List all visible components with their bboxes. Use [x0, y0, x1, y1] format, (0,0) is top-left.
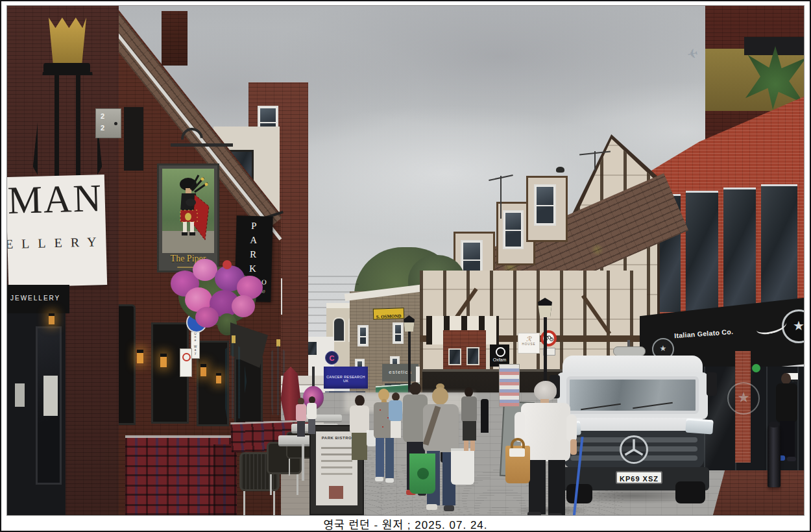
jetty-window-1: [448, 348, 461, 365]
arm-left: [514, 412, 525, 442]
bollard-right: [768, 425, 781, 487]
jeweller-fascia: JEWELLERY: [7, 285, 69, 313]
bollard-right-cap: [769, 421, 779, 428]
bloom: [195, 307, 219, 328]
box-dot: [114, 122, 117, 125]
oxfam-text: Oxfam: [490, 357, 509, 362]
jetty-window-2: [466, 347, 479, 365]
mercedes-star-icon: [620, 435, 648, 464]
chair-leg: [289, 459, 290, 476]
osmond-sign-text: S. OSMOND: [376, 313, 402, 319]
right-window-4: [761, 184, 797, 313]
jeweller-sign-line2: ELLERY: [6, 234, 105, 252]
leg: [470, 441, 475, 451]
pub-chimney: [162, 11, 188, 66]
jeans: [376, 438, 384, 477]
tartan-barrier-post: [213, 444, 237, 515]
trouser-leg: [548, 460, 565, 516]
torso: [461, 396, 477, 422]
jeweller-fascia-text: JEWELLERY: [10, 295, 60, 302]
right-window-2: [686, 191, 718, 313]
legs: [780, 421, 795, 457]
parking-plate: [180, 348, 192, 377]
tv-antenna-2-icon: [594, 151, 596, 171]
dormer-3: [526, 176, 568, 242]
person-right-woman: [457, 387, 481, 453]
van-wheel-right: [675, 481, 705, 503]
chair-leg: [243, 491, 245, 516]
van-beacon: [613, 346, 646, 356]
shoe: [444, 505, 454, 511]
shoe: [375, 477, 383, 481]
wall-lantern-3: [160, 354, 167, 367]
bloom: [232, 295, 255, 317]
lantern-crown: [49, 18, 86, 66]
street-photo: ✈ S. OSMOND CANCER RESE: [6, 5, 805, 516]
license-plate-text: KP69 XSZ: [620, 475, 659, 483]
jeweller-shopfront: [7, 313, 66, 515]
lantern-cap: [43, 63, 90, 73]
legs: [352, 433, 367, 460]
green-bag-logo: [417, 468, 429, 479]
oxfam-logo-icon: [496, 347, 505, 357]
aboard-qr: [329, 486, 343, 499]
head: [355, 395, 365, 406]
jeweller-sign-line1: MAN: [7, 176, 103, 223]
license-plate: KP69 XSZ: [616, 471, 662, 484]
photo-page: ✈ S. OSMOND CANCER RESE: [0, 0, 811, 532]
jeans: [385, 438, 394, 478]
chair-leg: [270, 474, 272, 495]
osmond-window-2: [393, 322, 404, 344]
flower-basket: [167, 247, 271, 338]
piper-art: [162, 169, 214, 253]
house-sign-text: HOUSE: [518, 343, 539, 346]
georgian-window-3: [308, 342, 317, 355]
osmond-sign: S. OSMOND: [373, 308, 405, 320]
skirt: [463, 421, 476, 441]
gelato-etched-star-icon: ★: [727, 382, 760, 415]
bloom-red: [223, 260, 232, 269]
photo-caption: 영국 런던 - 원저 ; 2025. 07. 24.: [0, 516, 811, 532]
window-notice: [43, 376, 58, 416]
cancer-research-logo-icon: C: [325, 351, 339, 365]
aboard-textline: [321, 473, 352, 475]
chair-leg: [297, 474, 298, 495]
sneaker-2: [787, 457, 796, 461]
window-notice-2: [15, 383, 25, 407]
head: [781, 373, 791, 384]
utility-box-22: 22: [95, 108, 121, 138]
head: [465, 387, 473, 397]
bird-on-ridge-icon: [556, 167, 564, 173]
person-elderly-woman: [505, 381, 590, 516]
torso: [776, 383, 797, 422]
hair: [534, 381, 557, 401]
head: [432, 387, 448, 405]
cancer-research-fascia: CANCER RESEARCH UK: [324, 367, 368, 389]
tote-contents: [509, 448, 525, 457]
arm-right: [566, 415, 577, 442]
tv-antenna-icon: [500, 176, 502, 219]
house-sign-monogram: ℛ: [518, 335, 539, 343]
torso: [296, 404, 306, 421]
pub-upper-recess: [124, 107, 143, 171]
gelato-door-green-dot: [752, 364, 760, 372]
shoe: [426, 504, 437, 510]
white-carrier-bag: [451, 448, 474, 485]
aboard-textline: [321, 466, 352, 468]
stone-arch-window-1: [333, 317, 345, 342]
canopy: [219, 342, 248, 418]
van-headlight-right: [685, 418, 713, 435]
right-window-3: [723, 187, 756, 313]
piper-figure: [162, 169, 214, 253]
bloom: [193, 259, 217, 281]
legs: [297, 421, 305, 437]
wall-lantern-2: [137, 350, 143, 363]
estetica-fascia: estetica: [382, 364, 418, 381]
utility-box-number: 22: [101, 111, 107, 134]
house-hanging-sign: ℛ HOUSE: [518, 333, 540, 354]
forearm: [570, 439, 577, 455]
umbrella-blue-1: [219, 335, 248, 422]
leg: [464, 441, 468, 451]
jeweller-sign: MAN ELLERY: [6, 175, 107, 287]
jeweller-lamp: [49, 313, 54, 324]
